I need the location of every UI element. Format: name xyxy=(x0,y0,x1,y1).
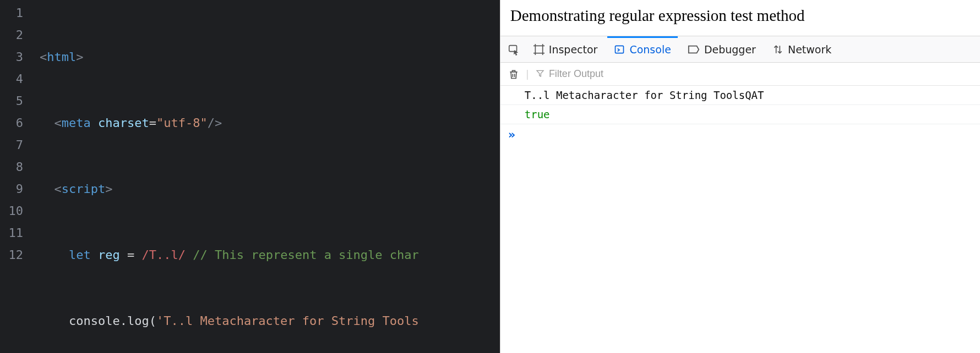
console-toolbar: | xyxy=(500,63,980,86)
tab-label: Inspector xyxy=(549,43,598,56)
line-number: 5 xyxy=(0,90,23,112)
line-number: 11 xyxy=(0,222,23,244)
tab-label: Console xyxy=(629,43,671,56)
line-number: 2 xyxy=(0,24,23,46)
code-editor[interactable]: 1 2 3 4 5 6 7 8 9 10 11 12 <html> <meta … xyxy=(0,0,500,353)
line-number: 1 xyxy=(0,2,23,24)
filter-icon xyxy=(536,68,545,80)
console-log-row: true xyxy=(500,105,980,124)
filter-input[interactable] xyxy=(549,68,972,80)
console-output: T..l Metacharacter for String ToolsQAT t… xyxy=(500,86,980,145)
inspector-icon xyxy=(533,44,545,55)
line-number: 10 xyxy=(0,200,23,222)
console-icon xyxy=(614,44,625,55)
tab-debugger[interactable]: Debugger xyxy=(681,36,763,62)
line-number: 4 xyxy=(0,68,23,90)
tab-label: Debugger xyxy=(704,43,756,56)
devtools-panel: Inspector Console Debugger xyxy=(500,36,980,145)
tab-console[interactable]: Console xyxy=(607,36,677,62)
svg-rect-0 xyxy=(509,45,517,51)
debugger-icon xyxy=(688,45,700,54)
line-number: 6 xyxy=(0,112,23,134)
line-number: 9 xyxy=(0,178,23,200)
console-log-row: T..l Metacharacter for String ToolsQAT xyxy=(500,86,980,105)
browser-pane: Demonstrating regular expression test me… xyxy=(500,0,980,353)
code-area[interactable]: <html> <meta charset="utf-8"/> <script> … xyxy=(31,0,500,353)
code-line[interactable]: console.log('T..l Metacharacter for Stri… xyxy=(40,310,500,332)
network-icon xyxy=(772,44,783,55)
code-line[interactable]: <meta charset="utf-8"/> xyxy=(40,112,500,134)
page-preview: Demonstrating regular expression test me… xyxy=(500,0,980,36)
line-number: 7 xyxy=(0,134,23,156)
line-number: 3 xyxy=(0,46,23,68)
line-gutter: 1 2 3 4 5 6 7 8 9 10 11 12 xyxy=(0,0,31,353)
svg-rect-1 xyxy=(535,46,542,53)
tab-inspector[interactable]: Inspector xyxy=(527,36,605,62)
filter-output[interactable] xyxy=(536,68,972,80)
page-body-text: Demonstrating regular expression test me… xyxy=(510,7,805,24)
code-line[interactable]: let reg = /T..l/ // This represent a sin… xyxy=(40,244,500,266)
element-picker-button[interactable] xyxy=(504,36,524,62)
clear-console-button[interactable] xyxy=(508,68,519,80)
line-number: 8 xyxy=(0,156,23,178)
tab-label: Network xyxy=(788,43,831,56)
tab-network[interactable]: Network xyxy=(766,36,838,62)
devtools-tabs: Inspector Console Debugger xyxy=(500,36,980,63)
code-line[interactable]: <html> xyxy=(40,46,500,68)
code-line[interactable]: <script> xyxy=(40,178,500,200)
console-prompt[interactable]: » xyxy=(500,124,980,145)
line-number: 12 xyxy=(0,244,23,266)
